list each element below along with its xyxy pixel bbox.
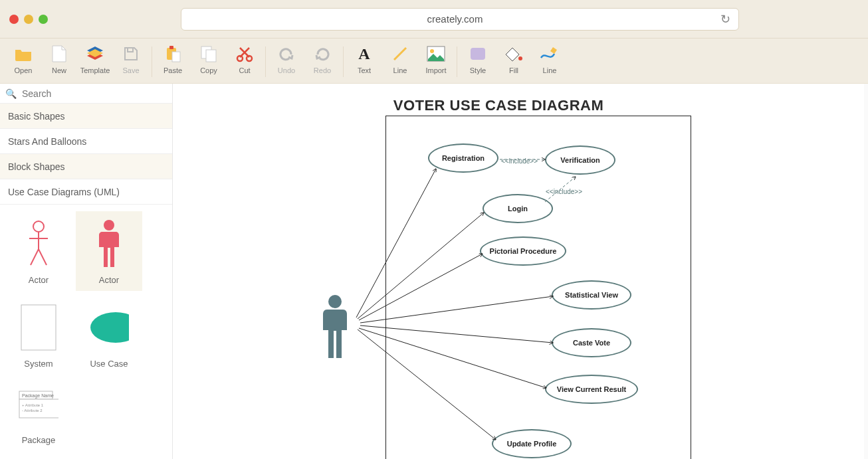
svg-text:Package Name: Package Name (22, 393, 54, 399)
image-icon (426, 44, 446, 64)
text-icon: A (354, 44, 374, 64)
svg-text:- Attribute 2: - Attribute 2 (22, 409, 43, 413)
import-button[interactable]: Import (418, 43, 454, 82)
svg-text:+ Attribute 1: + Attribute 1 (22, 403, 44, 407)
palette-actor-stick[interactable]: Actor (5, 211, 72, 291)
separator (343, 46, 344, 77)
paste-icon (163, 44, 183, 64)
svg-point-7 (247, 56, 252, 61)
svg-line-16 (31, 249, 39, 265)
template-icon (85, 44, 105, 64)
minimize-window-icon[interactable] (24, 15, 33, 24)
usecase-view-result[interactable]: View Current Result (545, 375, 638, 404)
text-tool-button[interactable]: A Text (346, 43, 382, 82)
svg-point-12 (518, 56, 522, 60)
style-icon (468, 44, 488, 64)
copy-button[interactable]: Copy (191, 43, 227, 82)
svg-line-17 (39, 249, 47, 265)
reload-icon[interactable]: ↻ (720, 12, 730, 27)
line-icon (390, 44, 410, 64)
pencil-line-icon (540, 44, 560, 64)
fill-button[interactable]: Fill (496, 43, 532, 82)
svg-rect-2 (169, 46, 173, 49)
svg-point-6 (237, 56, 243, 61)
usecase-registration[interactable]: Registration (428, 143, 498, 173)
category-use-case-uml[interactable]: Use Case Diagrams (UML) (0, 179, 172, 205)
usecase-pictorial[interactable]: Pictorial Procedure (480, 236, 566, 266)
template-button[interactable]: Template (77, 43, 113, 82)
palette-label: Use Case (90, 359, 128, 369)
category-block-shapes[interactable]: Block Shapes (0, 154, 172, 179)
separator (265, 46, 266, 77)
close-window-icon[interactable] (9, 15, 19, 24)
include-label-reg-ver: <<include>> (501, 157, 538, 165)
shape-search: 🔍 (0, 84, 172, 104)
folder-icon (13, 44, 33, 64)
save-button[interactable]: Save (113, 43, 149, 82)
usecase-verification[interactable]: Verification (545, 145, 615, 175)
svg-rect-19 (21, 305, 56, 350)
separator (457, 46, 457, 77)
palette-label: Actor (29, 275, 49, 285)
usecase-login[interactable]: Login (483, 194, 553, 223)
search-input[interactable] (22, 88, 167, 99)
new-file-icon (49, 44, 69, 64)
address-bar[interactable]: creately.com ↻ (181, 8, 739, 31)
main-toolbar: Open New Template Save Paste Copy Cut Un… (0, 39, 868, 84)
svg-rect-11 (471, 48, 485, 60)
category-stars-balloons[interactable]: Stars And Balloons (0, 129, 172, 154)
actor-voter[interactable] (316, 294, 354, 360)
palette-label: Package (22, 435, 56, 445)
palette-package[interactable]: Package Name+ Attribute 1- Attribute 2 P… (5, 379, 72, 445)
browser-chrome: creately.com ↻ (0, 0, 868, 39)
url-text: creately.com (427, 13, 483, 25)
cut-icon (235, 44, 255, 64)
maximize-window-icon[interactable] (39, 15, 48, 24)
include-label-login-ver: <<include>> (546, 188, 582, 195)
window-controls (9, 15, 48, 24)
redo-icon (312, 44, 332, 64)
diagram-title[interactable]: VOTER USE CASE DIAGRAM (173, 97, 824, 114)
line-tool-button[interactable]: Line (382, 43, 418, 82)
svg-rect-5 (206, 50, 216, 62)
palette-actor-solid[interactable]: Actor (76, 211, 142, 291)
undo-button[interactable]: Undo (269, 43, 304, 82)
separator (152, 46, 152, 77)
save-icon (121, 44, 141, 64)
new-button[interactable]: New (41, 43, 77, 82)
usecase-update-profile[interactable]: Update Profile (492, 429, 572, 458)
svg-rect-0 (128, 48, 133, 52)
svg-point-13 (33, 221, 44, 232)
svg-point-26 (328, 295, 342, 308)
paste-button[interactable]: Paste (155, 43, 191, 82)
palette-label: System (24, 359, 53, 369)
shapes-sidebar: 🔍 Basic Shapes Stars And Balloons Block … (0, 84, 173, 459)
svg-rect-3 (172, 52, 180, 62)
usecase-statistical[interactable]: Statistical View (552, 280, 631, 310)
canvas-viewport[interactable]: VOTER USE CASE DIAGRAM Registration Veri… (173, 84, 868, 459)
undo-icon (276, 44, 296, 64)
system-boundary[interactable] (385, 116, 691, 459)
palette-usecase[interactable]: Use Case (76, 295, 142, 375)
svg-point-10 (430, 49, 434, 53)
redo-button[interactable]: Redo (304, 43, 340, 82)
diagram-canvas[interactable]: VOTER USE CASE DIAGRAM Registration Veri… (173, 84, 864, 459)
svg-point-20 (90, 312, 129, 343)
search-icon[interactable]: 🔍 (5, 88, 17, 99)
style-button[interactable]: Style (460, 43, 496, 82)
svg-line-8 (394, 48, 406, 60)
palette-label: Actor (99, 275, 119, 285)
fill-icon (504, 44, 524, 64)
category-basic-shapes[interactable]: Basic Shapes (0, 104, 172, 129)
palette-use-case: Actor Actor System Use Case Package Name… (0, 205, 172, 452)
cut-button[interactable]: Cut (227, 43, 263, 82)
palette-system[interactable]: System (5, 295, 72, 375)
copy-icon (199, 44, 219, 64)
usecase-caste-vote[interactable]: Caste Vote (552, 328, 631, 357)
open-button[interactable]: Open (5, 43, 41, 82)
main-area: 🔍 Basic Shapes Stars And Balloons Block … (0, 84, 868, 459)
svg-point-18 (104, 220, 114, 230)
line-style-button[interactable]: Line (532, 43, 568, 82)
